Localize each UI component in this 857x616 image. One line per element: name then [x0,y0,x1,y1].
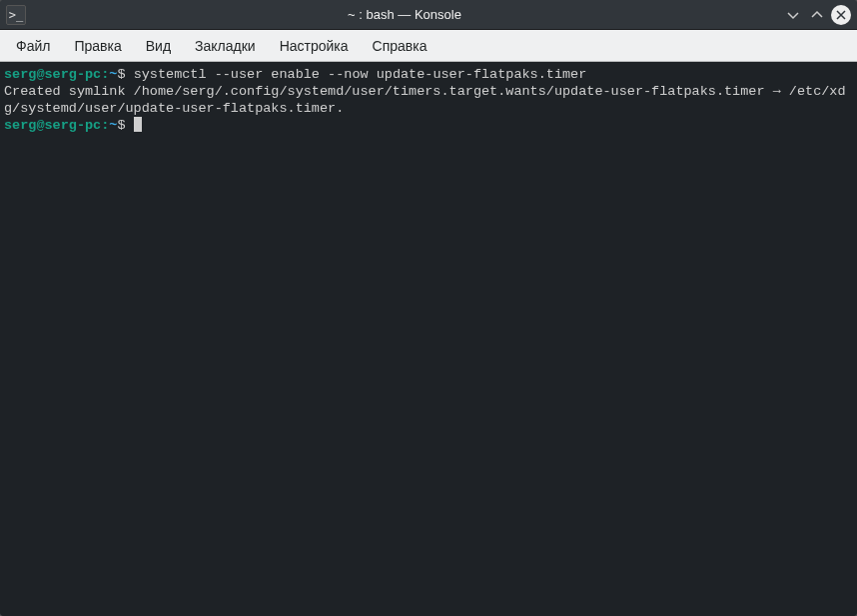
menu-bookmarks[interactable]: Закладки [183,32,268,60]
menu-settings[interactable]: Настройка [268,32,361,60]
prompt-dollar: $ [117,118,133,133]
app-icon: >_ [6,5,26,25]
chevron-up-icon [810,8,824,22]
minimize-button[interactable] [783,5,803,25]
terminal-line: serg@serg-pc:~$ [4,117,853,134]
titlebar[interactable]: >_ ~ : bash — Konsole [0,0,857,30]
terminal-area[interactable]: serg@serg-pc:~$ systemctl --user enable … [0,62,857,616]
prompt-user: serg@serg-pc [4,67,101,82]
close-button[interactable] [831,5,851,25]
konsole-window: >_ ~ : bash — Konsole Файл Правка Вид За… [0,0,857,616]
output-line: Created symlink /home/serg/.config/syste… [4,83,853,117]
prompt-dollar: $ [117,67,133,82]
chevron-down-icon [786,8,800,22]
command-text: systemctl --user enable --now update-use… [134,67,587,82]
menu-help[interactable]: Справка [361,32,439,60]
menubar: Файл Правка Вид Закладки Настройка Справ… [0,30,857,62]
menu-file[interactable]: Файл [4,32,62,60]
window-controls [783,5,851,25]
maximize-button[interactable] [807,5,827,25]
menu-edit[interactable]: Правка [62,32,133,60]
terminal-line: serg@serg-pc:~$ systemctl --user enable … [4,66,853,83]
window-title: ~ : bash — Konsole [26,7,783,22]
close-icon [836,10,846,20]
cursor [134,117,142,132]
menu-view[interactable]: Вид [134,32,183,60]
app-icon-glyph: >_ [9,8,23,22]
prompt-user: serg@serg-pc [4,118,101,133]
